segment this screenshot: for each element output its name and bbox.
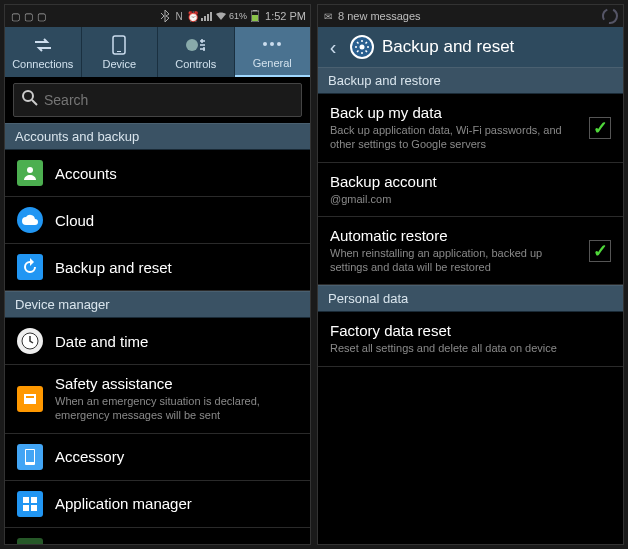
svg-rect-18 [23, 505, 29, 511]
svg-point-5 [186, 39, 198, 51]
tab-label: Connections [12, 58, 73, 70]
tab-label: General [253, 57, 292, 69]
item-label: Accessory [55, 448, 298, 465]
battery-percent: 61% [229, 11, 247, 21]
item-accounts[interactable]: Accounts [5, 150, 310, 197]
search-input[interactable] [44, 92, 293, 108]
svg-rect-4 [117, 51, 121, 52]
battery-icon [17, 538, 43, 544]
item-label: Safety assistance [55, 375, 298, 392]
settings-general-screen: ▢ ▢ ▢ N ⏰ 61% 1:52 PM [4, 4, 311, 545]
safety-icon [17, 386, 43, 412]
item-label: Cloud [55, 212, 298, 229]
back-icon[interactable]: ‹ [324, 36, 342, 59]
item-label: Battery [55, 542, 298, 544]
svg-point-20 [603, 9, 617, 23]
item-label: Back up my data [330, 104, 577, 121]
item-label: Accounts [55, 165, 298, 182]
item-accessory[interactable]: Accessory [5, 434, 310, 481]
svg-rect-16 [23, 497, 29, 503]
sync-icon [601, 7, 619, 25]
svg-point-21 [360, 45, 365, 50]
item-sub: When an emergency situation is declared,… [55, 394, 298, 423]
tab-connections[interactable]: Connections [5, 27, 82, 77]
svg-rect-2 [253, 10, 257, 11]
item-auto-restore[interactable]: Automatic restore When reinstalling an a… [318, 217, 623, 286]
item-label: Factory data reset [330, 322, 611, 339]
item-battery[interactable]: Battery [5, 528, 310, 544]
item-cloud[interactable]: Cloud [5, 197, 310, 244]
accounts-icon [17, 160, 43, 186]
nfc-icon: N [173, 10, 185, 22]
section-header: Device manager [5, 291, 310, 318]
clock-icon [17, 328, 43, 354]
notification-text: 8 new messages [338, 10, 421, 22]
battery-icon [249, 10, 261, 22]
alarm-icon: ⏰ [187, 10, 199, 22]
messages-icon: ✉ [322, 10, 334, 22]
signal-icon [201, 10, 213, 22]
item-label: Backup and reset [55, 259, 298, 276]
item-label: Backup account [330, 173, 611, 190]
device-icon [108, 34, 130, 56]
item-factory-reset[interactable]: Factory data reset Reset all settings an… [318, 312, 623, 366]
connections-icon [32, 34, 54, 56]
item-safety[interactable]: Safety assistance When an emergency situ… [5, 365, 310, 434]
tab-label: Controls [175, 58, 216, 70]
checkbox[interactable]: ✓ [589, 240, 611, 262]
svg-point-8 [277, 42, 281, 46]
general-icon [261, 33, 283, 55]
svg-point-10 [27, 167, 33, 173]
backup-icon [17, 254, 43, 280]
status-bar: ✉ 8 new messages [318, 5, 623, 27]
svg-rect-13 [26, 396, 34, 398]
tab-label: Device [102, 58, 136, 70]
apps-icon [17, 491, 43, 517]
wifi-icon [215, 10, 227, 22]
item-label: Application manager [55, 495, 298, 512]
item-app-manager[interactable]: Application manager [5, 481, 310, 528]
clock: 1:52 PM [265, 10, 306, 22]
controls-icon [185, 34, 207, 56]
status-bar: ▢ ▢ ▢ N ⏰ 61% 1:52 PM [5, 5, 310, 27]
svg-rect-19 [31, 505, 37, 511]
svg-point-6 [263, 42, 267, 46]
settings-tabs: Connections Device Controls General [5, 27, 310, 77]
notif-icon: ▢ [35, 10, 47, 22]
item-sub: Back up application data, Wi-Fi password… [330, 123, 577, 152]
item-sub: @gmail.com [330, 192, 611, 206]
tab-controls[interactable]: Controls [158, 27, 235, 77]
search-bar[interactable] [13, 83, 302, 117]
title-bar: ‹ Backup and reset [318, 27, 623, 67]
item-label: Automatic restore [330, 227, 577, 244]
item-backup-reset[interactable]: Backup and reset [5, 244, 310, 291]
item-backup-my-data[interactable]: Back up my data Back up application data… [318, 94, 623, 163]
svg-point-9 [23, 91, 33, 101]
section-header: Backup and restore [318, 67, 623, 94]
bluetooth-icon [159, 10, 171, 22]
page-title: Backup and reset [382, 37, 514, 57]
tab-device[interactable]: Device [82, 27, 159, 77]
svg-point-7 [270, 42, 274, 46]
checkbox[interactable]: ✓ [589, 117, 611, 139]
item-backup-account[interactable]: Backup account @gmail.com [318, 163, 623, 217]
notif-icon: ▢ [9, 10, 21, 22]
item-date-time[interactable]: Date and time [5, 318, 310, 365]
section-header: Personal data [318, 285, 623, 312]
svg-rect-15 [26, 450, 34, 462]
svg-rect-1 [252, 15, 258, 21]
svg-rect-12 [24, 394, 36, 404]
accessory-icon [17, 444, 43, 470]
search-icon [22, 90, 38, 110]
tab-general[interactable]: General [235, 27, 311, 77]
notif-icon: ▢ [22, 10, 34, 22]
backup-reset-screen: ✉ 8 new messages ‹ Backup and reset Back… [317, 4, 624, 545]
section-header: Accounts and backup [5, 123, 310, 150]
cloud-icon [17, 207, 43, 233]
gear-icon [350, 35, 374, 59]
item-sub: Reset all settings and delete all data o… [330, 341, 611, 355]
svg-rect-17 [31, 497, 37, 503]
item-sub: When reinstalling an application, backed… [330, 246, 577, 275]
item-label: Date and time [55, 333, 298, 350]
